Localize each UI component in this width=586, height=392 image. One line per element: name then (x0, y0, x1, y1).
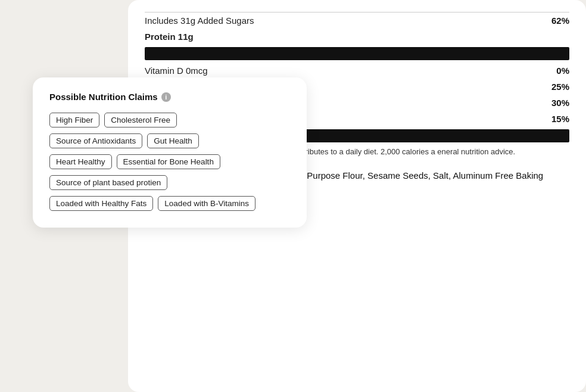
claims-row: Heart HealthyEssential for Bone Health (49, 154, 290, 169)
claim-tag[interactable]: Cholesterol Free (104, 113, 177, 127)
nutrient-pct-2: 25% (551, 82, 569, 92)
claims-rows: High FiberCholesterol FreeSource of Anti… (49, 113, 290, 211)
vitamin-d-pct: 0% (556, 66, 569, 76)
claims-title-text: Possible Nutrition Claims (49, 92, 158, 102)
claim-tag[interactable]: Gut Health (147, 133, 199, 148)
protein-bar (145, 47, 569, 60)
claims-row: High FiberCholesterol Free (49, 113, 290, 127)
claim-tag[interactable]: Loaded with B-Vitamins (158, 196, 255, 211)
claim-tag[interactable]: Source of Antioxidants (49, 133, 142, 148)
vitamin-d-row: Vitamin D 0mcg 0% (145, 63, 569, 79)
claim-tag[interactable]: Heart Healthy (49, 154, 112, 169)
claims-row: Loaded with Healthy FatsLoaded with B-Vi… (49, 196, 290, 211)
nutrient-pct-4: 15% (551, 114, 569, 124)
claims-row: Source of plant based protien (49, 175, 290, 190)
nutrient-pct-3: 30% (551, 98, 569, 108)
info-icon[interactable]: i (161, 92, 171, 102)
added-sugars-pct: 62% (551, 15, 569, 26)
protein-row: Protein 11g (145, 29, 569, 45)
claim-tag[interactable]: Source of plant based protien (49, 175, 167, 190)
nutrition-claims-card: Possible Nutrition Claims i High FiberCh… (33, 77, 307, 228)
claim-tag[interactable]: High Fiber (49, 113, 99, 127)
protein-label: Protein 11g (145, 32, 194, 42)
added-sugars-label: Includes 31g Added Sugars (145, 15, 254, 26)
claims-row: Source of AntioxidantsGut Health (49, 133, 290, 148)
added-sugars-row: Includes 31g Added Sugars 62% (145, 12, 569, 29)
claim-tag[interactable]: Loaded with Healthy Fats (49, 196, 153, 211)
vitamin-d-label: Vitamin D 0mcg (145, 66, 208, 76)
claim-tag[interactable]: Essential for Bone Health (117, 154, 220, 169)
claims-title: Possible Nutrition Claims i (49, 92, 290, 102)
